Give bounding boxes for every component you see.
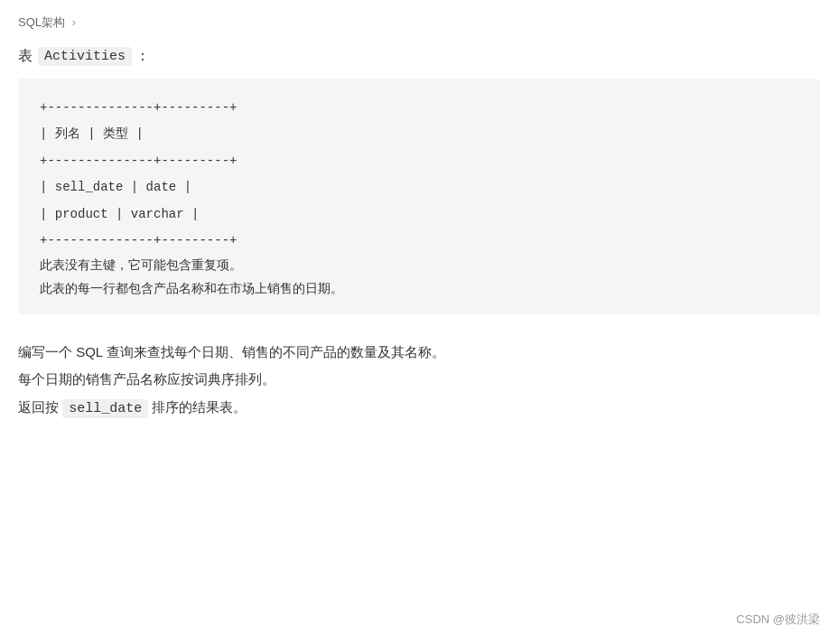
table-label: 表 Activities ： (18, 47, 820, 66)
question-section: 编写一个 SQL 查询来查找每个日期、销售的不同产品的数量及其名称。 每个日期的… (18, 340, 820, 423)
question-line-3: 返回按 sell_date 排序的结果表。 (18, 395, 820, 423)
schema-note-2: 此表的每一行都包含产品名称和在市场上销售的日期。 (40, 277, 798, 300)
schema-box: +--------------+---------+ | 列名 | 类型 | +… (18, 79, 820, 314)
table-label-prefix: 表 (18, 47, 33, 66)
question-line-1: 编写一个 SQL 查询来查找每个日期、销售的不同产品的数量及其名称。 (18, 340, 820, 366)
schema-line-6: +--------------+---------+ (40, 228, 798, 254)
question-line-3-prefix: 返回按 (18, 399, 59, 415)
schema-line-3: +--------------+---------+ (40, 148, 798, 174)
schema-note-1: 此表没有主键，它可能包含重复项。 (40, 254, 798, 276)
table-label-suffix: ： (135, 47, 150, 66)
question-line-3-suffix: 排序的结果表。 (152, 399, 247, 415)
schema-line-2: | 列名 | 类型 | (40, 121, 798, 147)
footer-credit: CSDN @彼洪梁 (736, 611, 820, 628)
breadcrumb-text: SQL架构 (18, 15, 65, 29)
breadcrumb: SQL架构 › (18, 14, 820, 31)
table-name-code: Activities (38, 47, 132, 66)
question-sell-date-code: sell_date (62, 399, 148, 418)
question-line-2: 每个日期的销售产品名称应按词典序排列。 (18, 367, 820, 393)
breadcrumb-separator: › (72, 15, 76, 29)
schema-line-5: | product | varchar | (40, 201, 798, 228)
schema-line-4: | sell_date | date | (40, 174, 798, 201)
schema-line-1: +--------------+---------+ (40, 95, 798, 121)
